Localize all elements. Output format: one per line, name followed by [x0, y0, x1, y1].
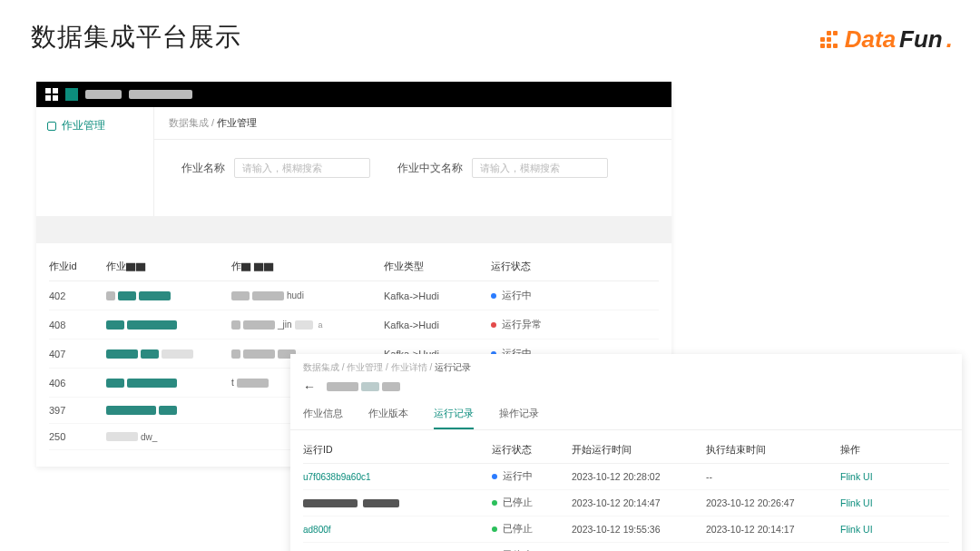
- detail-tabs: 作业信息 作业版本 运行记录 操作记录: [290, 399, 962, 430]
- col-job-desc: 作▇ ▇▇: [231, 260, 377, 273]
- col-job-status: 运行状态: [491, 260, 582, 273]
- table-row[interactable]: 408 _jina Kafka->Hudi 运行异常: [49, 310, 659, 339]
- flink-ui-link[interactable]: Flink UI: [840, 524, 873, 535]
- tab-run-records[interactable]: 运行记录: [434, 399, 474, 429]
- panel2-breadcrumb: 数据集成 / 作业管理 / 作业详情 / 运行记录: [290, 354, 962, 376]
- col-run-status: 运行状态: [492, 444, 564, 457]
- back-icon[interactable]: ←: [303, 379, 316, 394]
- app-brand-icon[interactable]: [65, 88, 78, 101]
- search-name-label: 作业名称: [181, 161, 225, 176]
- logo-text-left: Data: [845, 25, 896, 54]
- col-run-ops: 操作: [840, 444, 913, 457]
- search-name-input[interactable]: [234, 158, 370, 178]
- list-icon: [47, 122, 56, 131]
- breadcrumb-root[interactable]: 数据集成: [169, 117, 209, 128]
- run-id-link[interactable]: u7f0638b9a60c1: [303, 472, 371, 482]
- col-job-name: 作业▇▇: [106, 260, 224, 273]
- job-status: 运行中: [491, 289, 582, 302]
- logo-dot: .: [946, 25, 953, 54]
- list-item: 0a/a3 已停止 2023-10-12 18:48:23 2023-10-12…: [303, 543, 949, 551]
- sidebar-item-label: 作业管理: [62, 118, 105, 133]
- list-item: 已停止 2023-10-12 20:14:47 2023-10-12 20:26…: [303, 490, 949, 517]
- col-job-type: 作业类型: [384, 260, 484, 273]
- col-job-id: 作业id: [49, 260, 99, 273]
- flink-ui-link[interactable]: Flink UI: [840, 497, 873, 508]
- tab-info[interactable]: 作业信息: [303, 399, 343, 429]
- flink-ui-link[interactable]: Flink UI: [840, 471, 873, 482]
- col-run-end: 执行结束时间: [706, 444, 833, 457]
- search-cname-label: 作业中文名称: [397, 161, 463, 176]
- redacted: [85, 90, 122, 99]
- job-id: 402: [49, 290, 99, 301]
- run-id-link[interactable]: ad800f: [303, 525, 331, 535]
- sidebar: 作业管理: [36, 107, 154, 216]
- col-run-id: 运行ID: [303, 444, 485, 457]
- tab-op-records[interactable]: 操作记录: [499, 399, 539, 429]
- redacted: [129, 90, 192, 99]
- table-row[interactable]: 402 hudi Kafka->Hudi 运行中: [49, 281, 659, 310]
- tab-version[interactable]: 作业版本: [368, 399, 408, 429]
- logo-text-right: Fun: [899, 25, 943, 54]
- topbar: [36, 82, 671, 107]
- list-item: u7f0638b9a60c1 运行中 2023-10-12 20:28:02 -…: [303, 464, 949, 490]
- breadcrumb-current: 作业管理: [217, 117, 257, 128]
- breadcrumb: 数据集成 / 作业管理: [154, 107, 671, 140]
- sidebar-item-job-mgmt[interactable]: 作业管理: [36, 113, 153, 139]
- logo-dots-icon: [820, 31, 838, 48]
- datafun-logo: DataFun.: [820, 25, 953, 54]
- list-item: ad800f 已停止 2023-10-12 19:55:36 2023-10-1…: [303, 517, 949, 543]
- search-cname-input[interactable]: [472, 158, 608, 178]
- col-run-start: 开始运行时间: [572, 444, 699, 457]
- run-records-panel: 数据集成 / 作业管理 / 作业详情 / 运行记录 ← 作业信息 作业版本 运行…: [290, 354, 962, 551]
- app-grid-icon[interactable]: [45, 88, 58, 101]
- job-type: Kafka->Hudi: [384, 290, 484, 301]
